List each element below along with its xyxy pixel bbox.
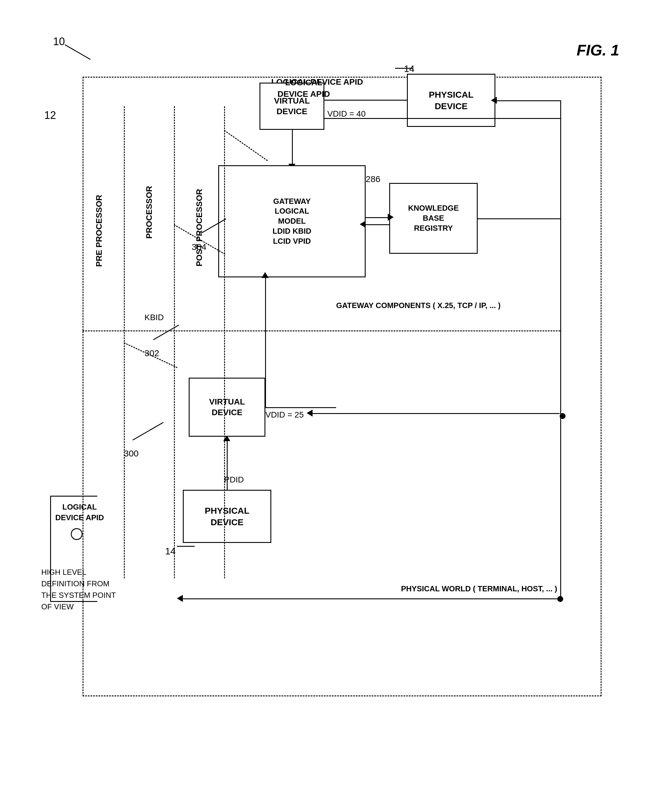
arrow-vdid25-right — [312, 413, 560, 414]
ref14-top-line — [395, 68, 413, 69]
virtual-device-bottom: VIRTUALDEVICE — [189, 378, 265, 437]
ref-10: 10 — [53, 35, 65, 48]
arrow-physical-world — [183, 598, 557, 599]
gateway-logical-model: GATEWAYLOGICALMODELLDID KBIDLCID VPID — [218, 165, 366, 277]
physical-device-bottom: PHYSICALDEVICE — [183, 490, 271, 543]
arrowhead-virt-bottom-gateway — [261, 272, 269, 278]
arrowhead-physical-world — [177, 595, 183, 602]
arrowhead-vdid25 — [307, 410, 312, 417]
diagram-container: FIG. 1 10 12 LOGICAL DEVICE APID 14 PHYS… — [18, 18, 654, 773]
ref-12: 12 — [44, 109, 56, 121]
dashed-h-gateway — [83, 331, 560, 331]
arrow-virt-top-to-gateway — [292, 130, 293, 165]
label-vdid-40: VDID = 40 — [327, 109, 366, 118]
label-pre-processor: PRE PROCESSOR — [94, 195, 104, 267]
arrowhead-kb-gateway-left — [360, 221, 366, 228]
arrowhead-gateway-kb-right — [388, 214, 393, 221]
arrow-right-top — [324, 118, 560, 119]
dashed-v-2 — [174, 106, 175, 578]
circle-bottom-logical — [71, 528, 83, 540]
arrow-kb-right — [478, 218, 560, 219]
label-logical-apid-bottom: LOGICAL DEVICE APID — [53, 502, 106, 523]
arrow-right-to-phys-top — [497, 100, 561, 101]
right-vertical — [560, 100, 561, 602]
label-logical-apid-top: LOGICAL DEVICE APID — [274, 77, 333, 100]
ref-14-top: 14 — [404, 64, 415, 74]
label-post-processor: POST PROCESSOR — [194, 189, 204, 267]
label-kbid: KBID — [145, 313, 164, 322]
label-processor: PROCESSOR — [145, 186, 154, 239]
arrow-phys-to-virt-top — [324, 100, 407, 101]
physical-device-top: PHYSICALDEVICE — [407, 74, 495, 127]
ref-300: 300 — [124, 449, 139, 458]
dashed-v-3 — [224, 106, 225, 578]
label-vdid-25: VDID = 25 — [265, 410, 304, 420]
ref-304: 304 — [192, 242, 206, 252]
ref14-bottom-line — [177, 546, 194, 547]
ref10-arrow — [65, 44, 91, 60]
arrowhead-right-phys-top — [491, 97, 497, 104]
arrow-virt-bottom-to-gateway — [265, 407, 336, 408]
knowledge-base-registry: KNOWLEDGEBASEREGISTRY — [389, 183, 478, 254]
ref-286: 286 — [366, 174, 381, 184]
arrow-gateway-kb-right — [366, 217, 389, 218]
label-gateway-components: GATEWAY COMPONENTS ( X.25, TCP / IP, ...… — [336, 301, 501, 310]
figure-label: FIG. 1 — [577, 41, 619, 59]
label-high-level: HIGH LEVEL DEFINITION FROM THE SYSTEM PO… — [41, 567, 118, 613]
label-pdid: PDID — [224, 475, 244, 484]
arrow-virt-bottom-v — [265, 277, 266, 407]
label-physical-world: PHYSICAL WORLD ( TERMINAL, HOST, ... ) — [401, 584, 557, 593]
arrow-kb-gateway-left — [366, 224, 389, 225]
